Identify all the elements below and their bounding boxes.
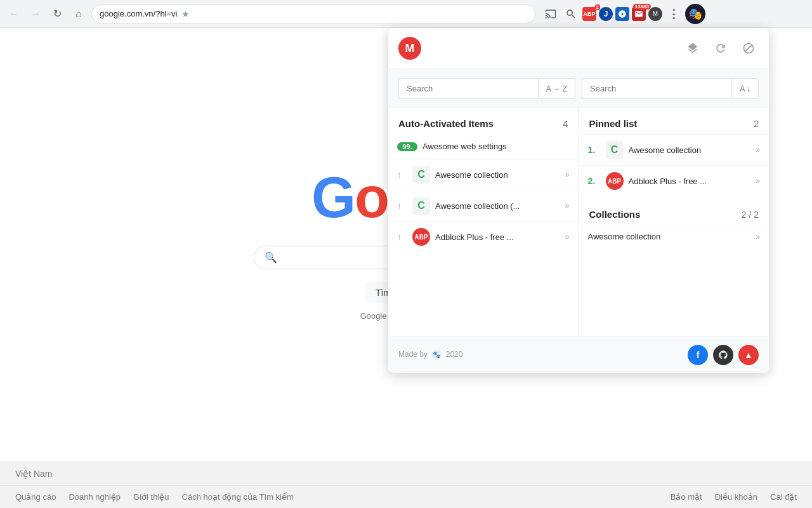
logo-g: G <box>311 166 355 229</box>
cast-icon[interactable] <box>542 5 560 23</box>
mail-badge: 13885 <box>633 4 651 10</box>
address-bar[interactable]: google.com.vn/?hl=vi ★ <box>91 4 535 23</box>
item-label-collection2: Awesome collection (... <box>435 201 560 211</box>
list-item[interactable]: ↑ ABP Adblock Plus - free ... » <box>388 221 579 252</box>
back-button[interactable]: ← <box>5 5 23 23</box>
collections-header: Collections 2 / 2 <box>579 196 769 225</box>
up-arrow-icon2: ↑ <box>397 201 407 211</box>
footer-country: Việt Nam <box>0 462 812 486</box>
chevron-right-icon: » <box>565 170 570 179</box>
collection-label-1: Awesome collection <box>588 232 751 241</box>
pinned-chevron-2: » <box>756 177 760 185</box>
refresh-button[interactable] <box>710 38 731 58</box>
up-arrow-icon3: ↑ <box>397 232 407 242</box>
footer-link-terms[interactable]: Điều khoản <box>715 492 757 502</box>
left-sort-button[interactable]: A → Z <box>538 78 575 99</box>
auto-activated-header: Auto-Activated Items 4 <box>388 108 579 134</box>
auto-activated-count: 4 <box>563 118 568 129</box>
collection-chevron-1: » <box>756 232 760 241</box>
facebook-button[interactable]: f <box>688 345 708 365</box>
chevron-right-icon3: » <box>565 232 570 241</box>
mail-extension[interactable]: 13885 <box>632 7 646 21</box>
up-arrow-icon: ↑ <box>397 170 407 180</box>
logo-o1: o <box>355 166 388 229</box>
popup-right-panel: Pinned list 2 1. C Awesome collection » … <box>579 108 769 337</box>
address-text: google.com.vn/?hl=vi <box>100 9 178 18</box>
abp-extension[interactable]: ABP 2 <box>582 7 596 21</box>
footer-made-text: Made by 🐾 2020 <box>398 350 462 360</box>
collection-item[interactable]: Awesome collection » <box>579 225 769 248</box>
producthunt-button[interactable]: ▲ <box>738 345 759 365</box>
popup-footer: Made by 🐾 2020 f ▲ <box>388 337 769 373</box>
browser-toolbar: ← → ↻ ⌂ google.com.vn/?hl=vi ★ ABP 2 J 1… <box>0 0 812 28</box>
footer-link-about[interactable]: Giới thiệu <box>133 492 169 502</box>
user-avatar[interactable]: 🎭 <box>685 4 705 24</box>
footer-link-settings[interactable]: Cài đặt <box>770 492 797 502</box>
extension-popup: M A → Z A ↓ Auto-Act <box>388 28 769 373</box>
item-label-web-settings: Awesome web settings <box>422 142 570 151</box>
zoom-icon[interactable] <box>562 5 580 23</box>
home-button[interactable]: ⌂ <box>70 5 88 23</box>
footer-left-links: Quảng cáo Doanh nghiệp Giới thiệu Cách h… <box>15 492 294 502</box>
forward-button[interactable]: → <box>27 5 44 23</box>
collections-title: Collections <box>589 209 641 220</box>
more-menu-button[interactable]: ⋮ <box>665 5 683 23</box>
auto-activated-title: Auto-Activated Items <box>398 118 494 129</box>
item-label-collection1: Awesome collection <box>435 170 560 180</box>
google-footer: Việt Nam Quảng cáo Doanh nghiệp Giới thi… <box>0 462 812 508</box>
pinned-item[interactable]: 2. ABP Adblock Plus - free ... » <box>579 165 769 196</box>
star-icon[interactable]: ★ <box>181 9 190 19</box>
collections-section: Collections 2 / 2 Awesome collection » <box>579 196 769 248</box>
maker-logo: 🐾 <box>431 350 442 360</box>
pinned-list-count: 2 <box>754 118 759 129</box>
item-icon-abp: ABP <box>412 228 430 246</box>
item-label-adblock: Adblock Plus - free ... <box>435 232 560 242</box>
list-item[interactable]: ↑ C Awesome collection (... » <box>388 190 579 221</box>
block-button[interactable] <box>738 38 759 58</box>
pinned-label-2: Adblock Plus - free ... <box>629 177 751 186</box>
pinned-label-1: Awesome collection <box>629 145 751 155</box>
right-sort-button[interactable]: A ↓ <box>731 78 759 99</box>
item-icon-c2: C <box>412 197 430 215</box>
pinned-icon-c1: C <box>606 141 624 159</box>
footer-link-business[interactable]: Doanh nghiệp <box>69 492 121 502</box>
right-search-group: A ↓ <box>582 78 759 99</box>
pinned-item[interactable]: 1. C Awesome collection » <box>579 134 769 165</box>
profile-extension[interactable]: M <box>648 7 662 21</box>
pinned-icon-abp: ABP <box>606 172 624 190</box>
list-item[interactable]: ↑ C Awesome collection » <box>388 159 579 190</box>
footer-link-search-works[interactable]: Cách hoạt động của Tìm kiếm <box>182 492 294 502</box>
reload-button[interactable]: ↻ <box>48 5 66 23</box>
popup-search-row: A → Z A ↓ <box>388 69 769 108</box>
toolbar-extensions: ABP 2 J 13885 M ⋮ 🎭 <box>542 4 705 24</box>
popup-header-actions <box>683 38 759 58</box>
popup-columns: Auto-Activated Items 4 99. Awesome web s… <box>388 108 769 337</box>
popup-logo: M <box>398 37 421 60</box>
left-search-group: A → Z <box>398 78 575 99</box>
chevron-right-icon2: » <box>565 201 570 210</box>
right-search-input[interactable] <box>582 78 731 99</box>
badge-99: 99. <box>397 142 417 151</box>
item-icon-c1: C <box>412 166 430 184</box>
pinned-chevron-1: » <box>756 145 760 154</box>
j-extension[interactable]: J <box>599 7 613 21</box>
pinned-list-header: Pinned list 2 <box>579 108 769 134</box>
footer-social-links: f ▲ <box>688 345 759 365</box>
blue-extension[interactable] <box>615 7 629 21</box>
pinned-num-2: 2. <box>588 176 601 186</box>
search-icon: 🔍 <box>265 251 277 264</box>
popup-header: M <box>388 28 769 69</box>
left-search-input[interactable] <box>398 78 538 99</box>
collections-fraction: 2 / 2 <box>742 210 759 220</box>
popup-left-panel: Auto-Activated Items 4 99. Awesome web s… <box>388 108 579 337</box>
github-button[interactable] <box>713 345 733 365</box>
list-item[interactable]: 99. Awesome web settings <box>388 134 579 159</box>
abp-badge: 2 <box>595 4 600 10</box>
footer-links-row: Quảng cáo Doanh nghiệp Giới thiệu Cách h… <box>0 486 812 508</box>
footer-link-privacy[interactable]: Bảo mật <box>671 492 702 502</box>
pinned-list-title: Pinned list <box>589 118 638 129</box>
footer-right-links: Bảo mật Điều khoản Cài đặt <box>671 492 797 502</box>
pinned-num-1: 1. <box>588 145 601 155</box>
footer-link-ads[interactable]: Quảng cáo <box>15 492 56 502</box>
layers-button[interactable] <box>683 38 703 58</box>
